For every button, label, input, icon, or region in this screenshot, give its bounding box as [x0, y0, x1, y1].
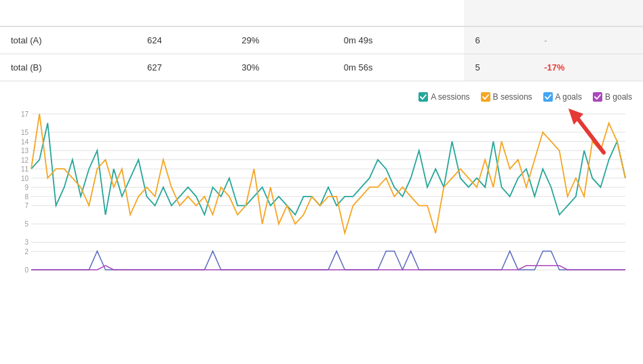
cell-improvement: -	[533, 26, 643, 54]
svg-text:0: 0	[24, 266, 28, 274]
col-header-improvement	[533, 0, 643, 26]
svg-text:8: 8	[24, 193, 28, 201]
svg-text:7: 7	[24, 202, 28, 209]
cell-scrolls: 30%	[231, 54, 333, 81]
cell-avg-session: 0m 56s	[333, 54, 465, 81]
cell-improvement: -17%	[533, 54, 643, 81]
svg-text:12: 12	[21, 157, 29, 164]
cell-variant: total (B)	[0, 54, 136, 81]
legend-icon	[418, 92, 428, 102]
svg-text:17: 17	[21, 110, 29, 118]
cell-avg-session: 0m 49s	[333, 26, 465, 54]
svg-text:2: 2	[24, 248, 28, 256]
col-header-avg-session	[333, 0, 465, 26]
legend-icon	[593, 92, 602, 102]
svg-text:15: 15	[21, 129, 29, 136]
col-header-sessions	[136, 0, 231, 26]
chart-legend: A sessions B sessions A goals B goals	[378, 92, 632, 102]
legend-item[interactable]: B sessions	[481, 92, 532, 102]
col-header-goal	[464, 0, 533, 26]
cell-variant: total (A)	[0, 26, 136, 54]
chart-wrapper: 023578910111213141517	[0, 107, 643, 291]
svg-text:11: 11	[21, 165, 29, 173]
table-row: total (A) 624 29% 0m 49s 6 -	[0, 26, 643, 54]
legend-icon	[543, 92, 553, 102]
table-row: total (B) 627 30% 0m 56s 5 -17%	[0, 54, 643, 81]
legend-item[interactable]: A goals	[543, 92, 582, 102]
legend-label: A goals	[556, 92, 582, 102]
legend-item[interactable]: A sessions	[418, 92, 469, 102]
legend-item[interactable]: B goals	[593, 92, 632, 102]
svg-text:13: 13	[21, 147, 29, 155]
ab-test-table: total (A) 624 29% 0m 49s 6 - total (B) 6…	[0, 0, 643, 81]
sessions-chart: 023578910111213141517	[11, 107, 632, 283]
svg-text:10: 10	[21, 175, 29, 182]
legend-label: B sessions	[493, 92, 532, 102]
svg-text:3: 3	[24, 239, 28, 246]
cell-goal: 6	[464, 26, 533, 54]
cell-scrolls: 29%	[231, 26, 333, 54]
col-header-variants	[0, 0, 136, 26]
cell-goal: 5	[464, 54, 533, 81]
svg-text:14: 14	[21, 138, 29, 146]
cell-sessions: 624	[136, 26, 231, 54]
legend-label: A sessions	[431, 92, 469, 102]
legend-label: B goals	[605, 92, 632, 102]
cell-sessions: 627	[136, 54, 231, 81]
chart-header: A sessions B sessions A goals B goals	[0, 81, 643, 107]
svg-text:5: 5	[24, 220, 28, 228]
legend-icon	[481, 92, 490, 102]
col-header-scrolls	[231, 0, 333, 26]
svg-text:9: 9	[24, 184, 28, 191]
